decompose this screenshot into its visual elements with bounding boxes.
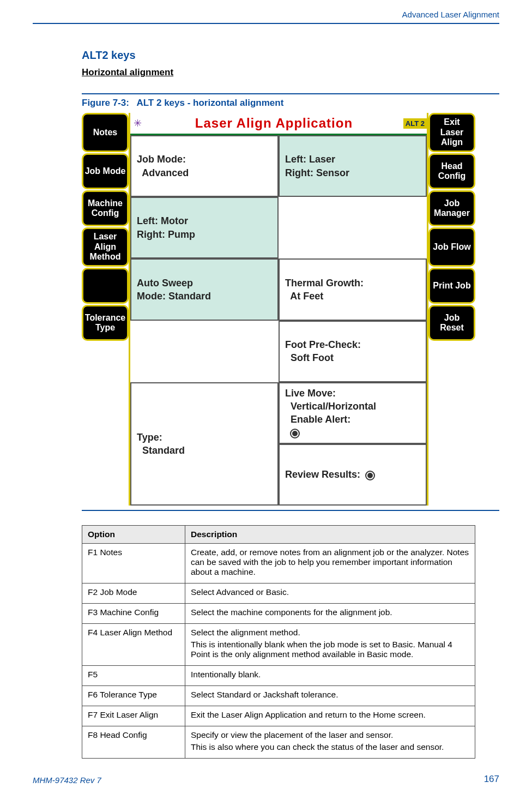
table-cell-description-line: Create, add, or remove notes from an ali…	[191, 548, 469, 577]
table-cell-description: Select the machine components for the al…	[185, 604, 475, 624]
page-header-right: Advanced Laser Alignment	[402, 10, 499, 19]
key-f2-job-mode[interactable]: Job Mode	[82, 153, 129, 189]
key-f6-tolerance-type[interactable]: Tolerance Type	[82, 305, 129, 341]
key-f12-job-reset[interactable]: Job Reset	[428, 305, 475, 341]
key-f3-machine-config[interactable]: Machine Config	[82, 190, 129, 226]
table-cell-option: F5	[82, 666, 185, 686]
cell-head-config: Left: LaserRight: Sensor	[279, 135, 427, 197]
key-f10-job-flow[interactable]: Job Flow	[428, 227, 475, 267]
cell-job-mode: Job Mode: Advanced	[130, 135, 279, 197]
table-row: F7 Exit Laser AlignExit the Laser Align …	[82, 706, 475, 726]
figure-caption: Figure 7-3: ALT 2 keys - horizontal alig…	[82, 98, 499, 109]
footer-page-number: 167	[484, 774, 499, 785]
table-cell-description: Select the alignment method.This is inte…	[185, 624, 475, 666]
table-cell-description-line: Exit the Laser Align Application and ret…	[191, 710, 469, 720]
cell-live-move: Live Move: Vertical/Horizontal Enable Al…	[279, 382, 427, 444]
key-f4-laser-align-method[interactable]: Laser Align Method	[82, 227, 129, 267]
cell-empty-r2c2	[279, 197, 427, 258]
table-row: F8 Head ConfigSpecify or view the placem…	[82, 726, 475, 759]
table-cell-option: F2 Job Mode	[82, 584, 185, 604]
table-cell-description: Select Standard or Jackshaft tolerance.	[185, 686, 475, 706]
cell-thermal-growth: Thermal Growth: At Feet	[279, 258, 427, 320]
figure-bottom-rule	[82, 510, 499, 511]
alt-badge: ALT 2	[403, 118, 427, 129]
header-rule	[33, 23, 499, 24]
table-cell-option: F7 Exit Laser Align	[82, 706, 185, 726]
cell-machine-config: Left: MotorRight: Pump	[130, 197, 279, 258]
table-cell-description: Exit the Laser Align Application and ret…	[185, 706, 475, 726]
cell-empty-r4c1	[130, 321, 279, 382]
left-key-column: Notes Job Mode Machine Config Laser Alig…	[82, 113, 129, 506]
table-row: F1 NotesCreate, add, or remove notes fro…	[82, 544, 475, 584]
table-cell-description-line: This is also where you can check the sta…	[191, 742, 469, 752]
table-cell-description: Intentionally blank.	[185, 666, 475, 686]
section-subheading: Horizontal alignment	[82, 67, 499, 78]
table-header-option: Option	[82, 526, 185, 544]
figure-top-rule	[82, 93, 499, 94]
cell-auto-sweep: Auto SweepMode: Standard	[130, 258, 279, 320]
table-cell-description-line: Select the alignment method.	[191, 628, 469, 637]
app-icon: ✳	[130, 117, 144, 129]
key-f9-job-manager[interactable]: Job Manager	[428, 190, 475, 226]
section-title: ALT2 keys	[82, 49, 499, 62]
table-cell-description: Specify or view the placement of the las…	[185, 726, 475, 759]
key-f5-blank[interactable]	[82, 268, 129, 304]
cell-review-results: Review Results:	[279, 444, 427, 506]
table-row: F3 Machine ConfigSelect the machine comp…	[82, 604, 475, 624]
table-cell-option: F6 Tolerance Type	[82, 686, 185, 706]
device-center: ✳ Laser Align Application ALT 2 Job Mode…	[129, 113, 428, 506]
right-key-column: Exit Laser Align Head Config Job Manager…	[428, 113, 475, 506]
device-screen: Notes Job Mode Machine Config Laser Alig…	[82, 113, 475, 506]
table-row: F5Intentionally blank.	[82, 666, 475, 686]
device-grid: Job Mode: Advanced Left: LaserRight: Sen…	[130, 135, 427, 506]
figure-caption-text: ALT 2 keys - horizontal alignment	[136, 98, 283, 108]
table-cell-description: Create, add, or remove notes from an ali…	[185, 544, 475, 584]
device-titlebar: ✳ Laser Align Application ALT 2	[130, 113, 427, 135]
table-cell-option: F8 Head Config	[82, 726, 185, 759]
table-cell-option: F3 Machine Config	[82, 604, 185, 624]
key-f1-notes[interactable]: Notes	[82, 113, 129, 152]
table-cell-description-line: Intentionally blank.	[191, 670, 469, 679]
cell-review-text: Review Results:	[285, 469, 360, 480]
table-cell-description-line: Specify or view the placement of the las…	[191, 730, 469, 740]
cell-live-move-text: Live Move: Vertical/Horizontal Enable Al…	[285, 387, 420, 426]
table-cell-option: F4 Laser Align Method	[82, 624, 185, 666]
cell-tolerance-type: Type: Standard	[130, 382, 279, 506]
key-f11-print-job[interactable]: Print Job	[428, 268, 475, 304]
table-row: F6 Tolerance TypeSelect Standard or Jack…	[82, 686, 475, 706]
table-cell-description-line: This is intentionally blank when the job…	[191, 640, 469, 659]
app-title: Laser Align Application	[144, 116, 403, 131]
table-row: F2 Job ModeSelect Advanced or Basic.	[82, 584, 475, 604]
table-cell-description-line: Select Advanced or Basic.	[191, 587, 469, 597]
table-cell-description: Select Advanced or Basic.	[185, 584, 475, 604]
table-cell-description-line: Select the machine components for the al…	[191, 607, 469, 617]
table-header-description: Description	[185, 526, 475, 544]
figure-label: Figure 7-3:	[82, 98, 129, 108]
table-cell-option: F1 Notes	[82, 544, 185, 584]
key-f8-head-config[interactable]: Head Config	[428, 153, 475, 189]
footer-doc-id: MHM-97432 Rev 7	[33, 775, 101, 785]
table-cell-description-line: Select Standard or Jackshaft tolerance.	[191, 690, 469, 700]
options-table: Option Description F1 NotesCreate, add, …	[82, 525, 475, 759]
enable-alert-radio-icon	[290, 429, 300, 438]
cell-foot-precheck: Foot Pre-Check: Soft Foot	[279, 321, 427, 382]
table-row: F4 Laser Align MethodSelect the alignmen…	[82, 624, 475, 666]
review-results-radio-icon	[365, 471, 375, 480]
key-f7-exit-laser-align[interactable]: Exit Laser Align	[428, 113, 475, 152]
